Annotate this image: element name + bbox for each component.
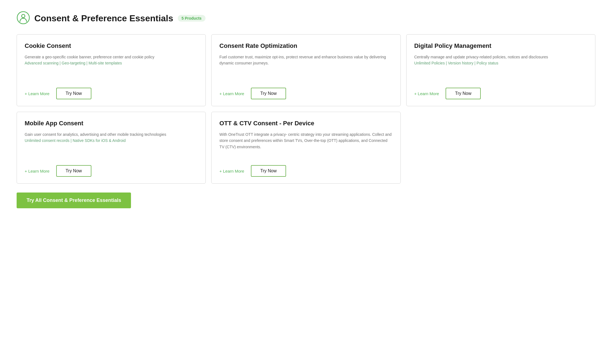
try-now-button-digital-policy-management[interactable]: Try Now: [446, 88, 481, 99]
product-description-ott-ctv-consent: With OneTrust OTT integrate a privacy- c…: [219, 131, 392, 158]
page-title: Consent & Preference Essentials: [34, 13, 173, 24]
product-description-cookie-consent: Generate a geo-specific cookie banner, p…: [25, 54, 198, 81]
card-actions-ott-ctv-consent: + Learn More Try Now: [219, 165, 392, 177]
products-badge: 5 Products: [178, 15, 205, 22]
try-now-button-cookie-consent[interactable]: Try Now: [56, 88, 91, 99]
product-description-mobile-app-consent: Gain user consent for analytics, adverti…: [25, 131, 198, 158]
learn-more-link-ott-ctv-consent[interactable]: + Learn More: [219, 169, 244, 173]
product-title-digital-policy-management: Digital Policy Management: [414, 42, 587, 50]
product-card-mobile-app-consent: Mobile App Consent Gain user consent for…: [17, 112, 206, 184]
product-card-empty: [406, 112, 595, 184]
product-title-ott-ctv-consent: OTT & CTV Consent - Per Device: [219, 120, 392, 127]
product-title-cookie-consent: Cookie Consent: [25, 42, 198, 50]
try-all-button[interactable]: Try All Consent & Preference Essentials: [17, 193, 131, 208]
card-actions-consent-rate-optimization: + Learn More Try Now: [219, 88, 392, 99]
try-now-button-mobile-app-consent[interactable]: Try Now: [56, 165, 91, 177]
product-title-mobile-app-consent: Mobile App Consent: [25, 120, 198, 127]
learn-more-link-consent-rate-optimization[interactable]: + Learn More: [219, 91, 244, 96]
learn-more-link-digital-policy-management[interactable]: + Learn More: [414, 91, 439, 96]
card-actions-digital-policy-management: + Learn More Try Now: [414, 88, 587, 99]
card-actions-mobile-app-consent: + Learn More Try Now: [25, 165, 198, 177]
product-description-digital-policy-management: Centrally manage and update privacy-rela…: [414, 54, 587, 81]
try-now-button-ott-ctv-consent[interactable]: Try Now: [251, 165, 286, 177]
products-grid-row2: Mobile App Consent Gain user consent for…: [17, 112, 595, 184]
consent-icon: [17, 11, 30, 25]
product-card-cookie-consent: Cookie Consent Generate a geo-specific c…: [17, 34, 206, 106]
product-title-consent-rate-optimization: Consent Rate Optimization: [219, 42, 392, 50]
try-now-button-consent-rate-optimization[interactable]: Try Now: [251, 88, 286, 99]
product-card-digital-policy-management: Digital Policy Management Centrally mana…: [406, 34, 595, 106]
learn-more-link-mobile-app-consent[interactable]: + Learn More: [25, 169, 50, 173]
product-card-ott-ctv-consent: OTT & CTV Consent - Per Device With OneT…: [211, 112, 400, 184]
products-grid-row1: Cookie Consent Generate a geo-specific c…: [17, 34, 595, 106]
product-description-consent-rate-optimization: Fuel customer trust, maximize opt-ins, p…: [219, 54, 392, 81]
svg-point-1: [22, 14, 25, 18]
learn-more-link-cookie-consent[interactable]: + Learn More: [25, 91, 50, 96]
product-card-consent-rate-optimization: Consent Rate Optimization Fuel customer …: [211, 34, 400, 106]
card-actions-cookie-consent: + Learn More Try Now: [25, 88, 198, 99]
page-header: Consent & Preference Essentials 5 Produc…: [17, 11, 595, 25]
